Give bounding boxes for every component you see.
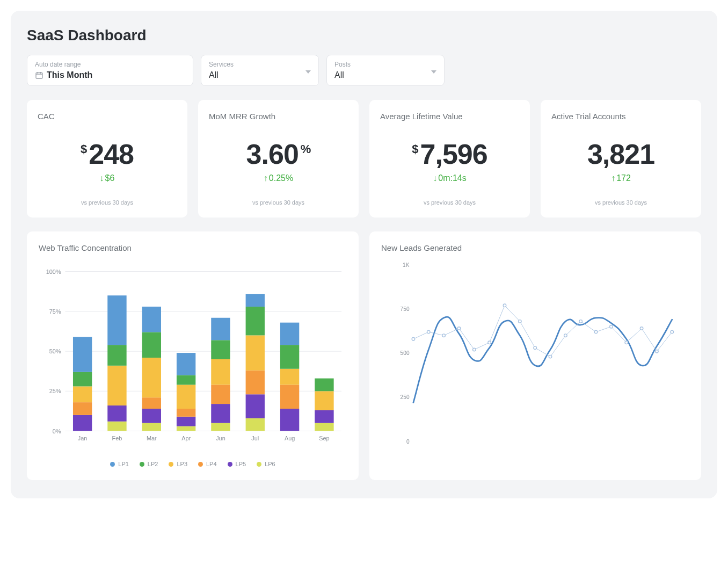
svg-point-69 (442, 334, 446, 337)
svg-rect-13 (73, 386, 92, 402)
svg-text:0%: 0% (53, 428, 61, 434)
charts-row: Web Traffic Concentration 0%25%50%75%100… (27, 231, 701, 480)
kpi-title: CAC (38, 112, 177, 121)
svg-rect-55 (280, 323, 299, 345)
svg-rect-20 (107, 345, 126, 366)
svg-rect-23 (142, 423, 161, 431)
arrow-up-icon: ↑ (611, 173, 615, 183)
svg-point-75 (534, 346, 537, 350)
svg-rect-39 (211, 385, 230, 404)
svg-text:25%: 25% (49, 388, 61, 394)
svg-text:250: 250 (401, 394, 410, 400)
arrow-down-icon: ↓ (433, 173, 437, 183)
kpi-title: MoM MRR Growth (209, 112, 348, 121)
kpi-delta: ↓$6 (38, 173, 177, 183)
arrow-up-icon: ↑ (264, 173, 268, 183)
svg-point-74 (519, 320, 522, 323)
svg-rect-45 (246, 394, 265, 418)
kpi-footer: vs previous 30 days (38, 199, 177, 206)
arrow-down-icon: ↓ (100, 173, 104, 183)
date-range-value: This Month (47, 70, 92, 80)
legend-item: LP2 (140, 461, 158, 467)
kpi-delta: ↓0m:14s (380, 173, 519, 183)
legend-item: LP3 (169, 461, 187, 467)
svg-rect-0 (36, 73, 42, 78)
svg-text:Jul: Jul (251, 435, 259, 441)
svg-point-80 (610, 325, 613, 328)
svg-text:1K: 1K (403, 262, 410, 268)
svg-rect-40 (211, 359, 230, 385)
svg-text:100%: 100% (46, 269, 61, 275)
svg-rect-58 (315, 410, 333, 423)
svg-rect-42 (211, 318, 230, 340)
date-range-picker[interactable]: Auto date range This Month (27, 55, 193, 86)
kpi-footer: vs previous 30 days (551, 199, 690, 206)
calendar-icon (35, 71, 43, 79)
kpi-footer: vs previous 30 days (209, 199, 348, 206)
svg-text:500: 500 (401, 350, 410, 356)
legend-item: LP6 (257, 461, 275, 467)
chart-title: New Leads Generated (381, 243, 689, 252)
kpi-value: $7,596 (412, 140, 487, 168)
kpi-value: 3.60% (246, 140, 311, 168)
bar-chart: 0%25%50%75%100%JanFebMarAprJunJulAugSep (39, 260, 347, 453)
services-label: Services (209, 61, 311, 68)
svg-rect-26 (142, 358, 161, 397)
svg-rect-24 (142, 409, 161, 423)
svg-text:Aug: Aug (285, 435, 295, 441)
kpi-value: $248 (81, 140, 134, 168)
kpi-footer: vs previous 30 days (380, 199, 519, 206)
kpi-card: Average Lifetime Value$7,596↓0m:14svs pr… (369, 100, 530, 218)
legend-item: LP5 (228, 461, 246, 467)
svg-point-83 (656, 350, 659, 353)
kpi-card: MoM MRR Growth3.60%↑0.25%vs previous 30 … (198, 100, 359, 218)
svg-text:Sep: Sep (319, 435, 329, 441)
kpi-delta: ↑172 (551, 173, 690, 183)
kpi-value: 3,821 (587, 140, 654, 168)
dashboard: SaaS Dashboard Auto date range This Mont… (11, 11, 717, 498)
svg-point-77 (564, 334, 567, 337)
leads-chart-card: New Leads Generated 02505007501K (369, 231, 701, 480)
svg-point-72 (488, 341, 491, 344)
kpi-card: CAC$248↓$6vs previous 30 days (27, 100, 187, 218)
svg-text:Jun: Jun (216, 435, 225, 441)
web-traffic-chart-card: Web Traffic Concentration 0%25%50%75%100… (27, 231, 359, 480)
svg-rect-17 (107, 422, 126, 431)
svg-rect-37 (211, 423, 230, 431)
svg-rect-60 (315, 379, 333, 392)
svg-text:Apr: Apr (181, 435, 191, 441)
svg-text:Feb: Feb (112, 435, 122, 441)
line-chart: 02505007501K (381, 260, 689, 453)
svg-rect-11 (73, 415, 92, 431)
posts-select[interactable]: Posts All (326, 55, 445, 86)
svg-text:Jan: Jan (78, 435, 88, 441)
svg-rect-33 (177, 385, 195, 409)
svg-rect-31 (177, 417, 195, 426)
kpi-cards-row: CAC$248↓$6vs previous 30 daysMoM MRR Gro… (27, 100, 701, 218)
posts-label: Posts (334, 61, 436, 68)
svg-text:75%: 75% (49, 308, 61, 315)
svg-point-76 (549, 355, 552, 358)
svg-point-68 (427, 330, 430, 334)
svg-point-84 (671, 330, 674, 334)
svg-point-81 (625, 341, 628, 344)
svg-rect-57 (315, 423, 333, 431)
svg-rect-53 (280, 369, 299, 385)
bar-chart-legend: LP1LP2LP3LP4LP5LP6 (39, 461, 347, 467)
page-title: SaaS Dashboard (27, 27, 701, 44)
legend-item: LP4 (198, 461, 217, 467)
svg-rect-51 (280, 409, 299, 431)
svg-point-70 (457, 327, 461, 330)
svg-rect-12 (73, 402, 92, 415)
chevron-down-icon (305, 70, 311, 74)
svg-point-82 (640, 327, 643, 330)
kpi-delta: ↑0.25% (209, 173, 348, 183)
svg-rect-54 (280, 345, 299, 369)
services-select[interactable]: Services All (201, 55, 319, 86)
svg-rect-28 (142, 307, 161, 332)
svg-rect-35 (177, 353, 195, 375)
svg-rect-21 (107, 295, 126, 345)
svg-rect-32 (177, 409, 195, 417)
svg-rect-41 (211, 340, 230, 359)
svg-text:50%: 50% (49, 348, 61, 354)
